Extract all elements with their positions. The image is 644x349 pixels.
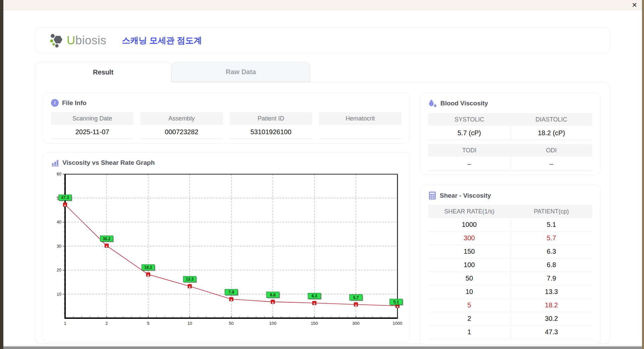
metric-value: 5.7 (cP): [428, 126, 511, 140]
svg-text:18.2: 18.2: [144, 265, 152, 270]
screen: ✕ Ubiosis 스캐닝 모세관 점도계 Result Raw Data: [0, 0, 644, 349]
svg-text:10: 10: [187, 321, 192, 326]
metric-label: SYSTOLIC: [428, 113, 511, 126]
tab-result[interactable]: Result: [35, 62, 171, 83]
svg-text:10: 10: [57, 292, 61, 297]
svg-text:20: 20: [57, 268, 61, 272]
svg-text:100: 100: [269, 321, 277, 326]
blood-viscosity-card: Blood Viscosity SYSTOLICDIASTOLIC5.7 (cP…: [420, 93, 601, 175]
table-row: 3005.7: [428, 232, 592, 245]
svg-text:6.3: 6.3: [312, 294, 317, 298]
blood-viscosity-value-row: 5.7 (cP)18.2 (cP): [428, 126, 592, 140]
tab-raw-data-label: Raw Data: [226, 68, 256, 76]
table-row: 147.3: [428, 326, 592, 339]
logo-text-rest: biosis: [75, 34, 106, 47]
viscosity-chart: 1020304050601251050100150300100047.330.2…: [51, 170, 401, 328]
logo-text: Ubiosis: [67, 34, 106, 47]
metric-value: 18.2 (cP): [511, 126, 592, 140]
desktop-edge-right: [642, 0, 644, 349]
shear-rate-column-header: SHEAR RATE(1/s): [428, 205, 511, 218]
shear-table-header: SHEAR RATE(1/s) PATIENT(cp): [428, 205, 592, 218]
svg-text:30: 30: [57, 244, 61, 249]
right-column: Blood Viscosity SYSTOLICDIASTOLIC5.7 (cP…: [420, 93, 601, 336]
metric-label: ODI: [511, 144, 593, 157]
result-panel: i File Info Scanning Date2025-11-07Assem…: [35, 82, 610, 344]
header: Ubiosis 스캐닝 모세관 점도계: [35, 27, 610, 53]
blood-viscosity-table: SYSTOLICDIASTOLIC5.7 (cP)18.2 (cP)TODIOD…: [428, 113, 592, 171]
field-label: Hematocrit: [319, 112, 401, 125]
shear-viscosity-table: SHEAR RATE(1/s) PATIENT(cp) 10005.13005.…: [428, 205, 592, 339]
shear-viscosity-card: Shear - Viscosity SHEAR RATE(1/s) PATIEN…: [420, 185, 601, 345]
shear-rate-cell: 100: [428, 258, 511, 271]
svg-text:5: 5: [147, 321, 149, 326]
logo: Ubiosis: [49, 33, 106, 48]
desktop-edge-left: [0, 0, 3, 349]
metric-label: TODI: [428, 144, 511, 157]
metric-value: –: [428, 157, 511, 171]
shear-rate-cell: 300: [428, 232, 511, 245]
svg-text:300: 300: [352, 321, 360, 326]
patient-cp-cell: 5.1: [511, 218, 592, 231]
svg-text:7.9: 7.9: [228, 290, 234, 295]
logo-text-u: U: [67, 34, 75, 47]
patient-cp-cell: 30.2: [511, 312, 592, 325]
svg-text:30.2: 30.2: [103, 237, 111, 241]
metric-value: –: [511, 157, 592, 171]
shear-rate-cell: 50: [428, 272, 511, 285]
patient-cp-cell: 6.3: [511, 245, 592, 258]
blood-viscosity-value-row: ––: [428, 157, 592, 171]
blood-viscosity-header-row: TODIODI: [428, 144, 592, 157]
shear-rate-cell: 1: [428, 326, 511, 339]
svg-text:60: 60: [57, 172, 61, 177]
blood-drops-icon: [428, 99, 437, 108]
calculator-icon: [428, 191, 436, 200]
file-info-field: Patient ID53101926100: [230, 112, 312, 139]
svg-text:150: 150: [311, 321, 318, 326]
shear-viscosity-title: Shear - Viscosity: [440, 192, 491, 199]
blood-viscosity-header-row: SYSTOLICDIASTOLIC: [428, 113, 592, 126]
table-row: 1506.3: [428, 245, 592, 258]
svg-text:5.7: 5.7: [353, 295, 359, 300]
svg-text:6.8: 6.8: [270, 293, 276, 297]
field-value: 2025-11-07: [51, 125, 133, 139]
shear-rate-cell: 10: [428, 285, 511, 298]
field-label: Scanning Date: [51, 112, 133, 125]
svg-text:47.3: 47.3: [61, 195, 69, 200]
patient-cp-cell: 6.8: [511, 258, 592, 271]
left-column: i File Info Scanning Date2025-11-07Assem…: [43, 93, 410, 336]
table-row: 507.9: [428, 272, 592, 285]
svg-text:13.3: 13.3: [186, 277, 194, 282]
metric-label: DIASTOLIC: [511, 113, 593, 126]
table-row: 10005.1: [428, 218, 592, 232]
shear-rate-cell: 5: [428, 299, 511, 312]
table-row: 518.2: [428, 299, 592, 312]
file-info-card: i File Info Scanning Date2025-11-07Assem…: [43, 93, 410, 144]
svg-text:2: 2: [105, 321, 108, 326]
svg-text:5.1: 5.1: [393, 300, 399, 304]
shear-rate-cell: 1000: [428, 218, 511, 231]
file-info-field: Assembly000723282: [140, 112, 223, 139]
tab-raw-data[interactable]: Raw Data: [171, 62, 310, 82]
blood-viscosity-title: Blood Viscosity: [440, 100, 488, 107]
shear-table-body: 10005.13005.71506.31006.8507.91013.3518.…: [428, 218, 592, 339]
shear-rate-cell: 2: [428, 312, 511, 325]
patient-cp-cell: 7.9: [511, 272, 592, 285]
graph-title: Viscosity vs Shear Rate Graph: [62, 159, 155, 166]
patient-column-header: PATIENT(cp): [511, 205, 593, 218]
tab-bar: Result Raw Data: [35, 62, 310, 83]
table-row: 230.2: [428, 312, 592, 326]
field-value: [319, 125, 401, 139]
field-value: 53101926100: [230, 125, 312, 139]
graph-card: Viscosity vs Shear Rate Graph 1020304050…: [43, 152, 410, 342]
svg-text:1000: 1000: [393, 321, 402, 326]
svg-text:50: 50: [229, 321, 233, 326]
close-icon[interactable]: ✕: [632, 1, 637, 9]
patient-cp-cell: 47.3: [511, 326, 592, 339]
bar-chart-icon: [51, 159, 59, 167]
file-info-field: Scanning Date2025-11-07: [51, 112, 133, 139]
window-bottom-edge: [3, 346, 642, 349]
window-titlebar: ✕: [3, 0, 642, 10]
file-info-title: File Info: [62, 99, 87, 107]
file-info-field: Hematocrit: [319, 112, 401, 139]
shear-rate-cell: 150: [428, 245, 511, 258]
